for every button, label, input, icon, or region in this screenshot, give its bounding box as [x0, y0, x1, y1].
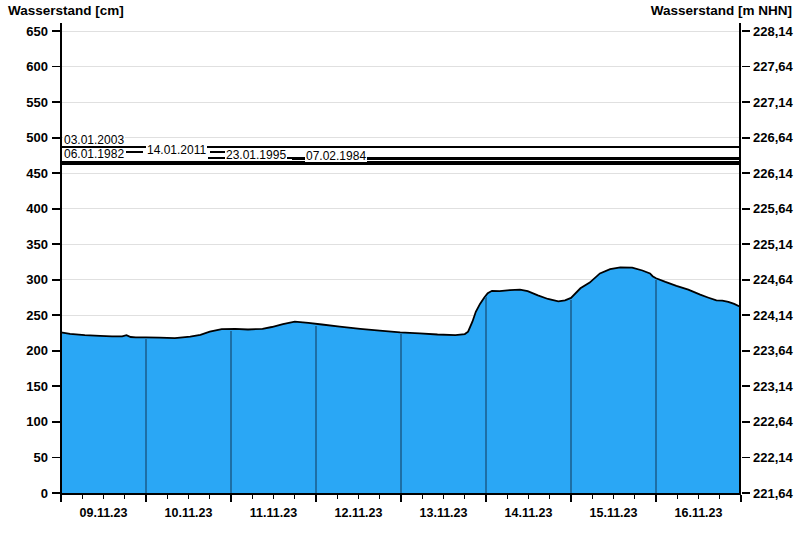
x-tick-label: 11.11.23 — [250, 506, 297, 520]
left-tick-label: 0 — [41, 486, 48, 501]
left-tick-label: 550 — [26, 95, 48, 110]
left-tick-label: 300 — [26, 272, 48, 287]
reference-line-label: 06.01.1982 — [63, 148, 125, 160]
left-axis-title: Wasserstand [cm] — [8, 3, 124, 18]
right-tick-label: 225,14 — [753, 237, 794, 252]
left-tick-label: 250 — [26, 308, 48, 323]
x-tick-label: 16.11.23 — [675, 506, 723, 520]
right-tick-label: 227,64 — [753, 59, 794, 74]
right-tick-label: 223,14 — [753, 379, 794, 394]
right-tick-label: 226,64 — [753, 130, 794, 145]
x-tick-label: 10.11.23 — [165, 506, 213, 520]
right-tick-label: 228,14 — [753, 24, 794, 39]
left-tick-label: 350 — [26, 237, 48, 252]
reference-line-label: 23.01.1995 — [225, 149, 287, 161]
left-tick-label: 500 — [26, 130, 48, 145]
right-tick-label: 227,14 — [753, 95, 794, 110]
reference-line-label: 07.02.1984 — [305, 150, 367, 162]
left-tick-label: 450 — [26, 166, 48, 181]
left-tick-label: 50 — [34, 450, 48, 465]
right-tick-label: 226,14 — [753, 166, 794, 181]
right-tick-label: 222,14 — [753, 450, 794, 465]
left-tick-label: 200 — [26, 343, 48, 358]
right-tick-label: 221,64 — [753, 486, 794, 501]
left-tick-label: 150 — [26, 379, 48, 394]
x-tick-label: 15.11.23 — [590, 506, 638, 520]
x-tick-label: 13.11.23 — [420, 506, 468, 520]
x-tick-label: 12.11.23 — [335, 506, 383, 520]
chart-plot-area: 650228,14600227,64550227,14500226,644502… — [0, 0, 800, 550]
x-tick-label: 14.11.23 — [505, 506, 553, 520]
reference-line-label: 14.01.2011 — [146, 144, 207, 156]
right-tick-label: 223,64 — [753, 343, 794, 358]
left-tick-label: 600 — [26, 59, 48, 74]
right-tick-label: 224,64 — [753, 272, 794, 287]
reference-line-label: 03.01.2003 — [63, 134, 125, 146]
left-tick-label: 650 — [26, 24, 48, 39]
right-tick-label: 224,14 — [753, 308, 794, 323]
right-tick-label: 222,64 — [753, 414, 794, 429]
right-axis-title: Wasserstand [m NHN] — [651, 3, 792, 18]
x-tick-label: 09.11.23 — [80, 506, 128, 520]
left-tick-label: 400 — [26, 201, 48, 216]
left-tick-label: 100 — [26, 414, 48, 429]
right-tick-label: 225,64 — [753, 201, 794, 216]
water-level-chart: Wasserstand [cm] Wasserstand [m NHN] 650… — [0, 0, 800, 550]
